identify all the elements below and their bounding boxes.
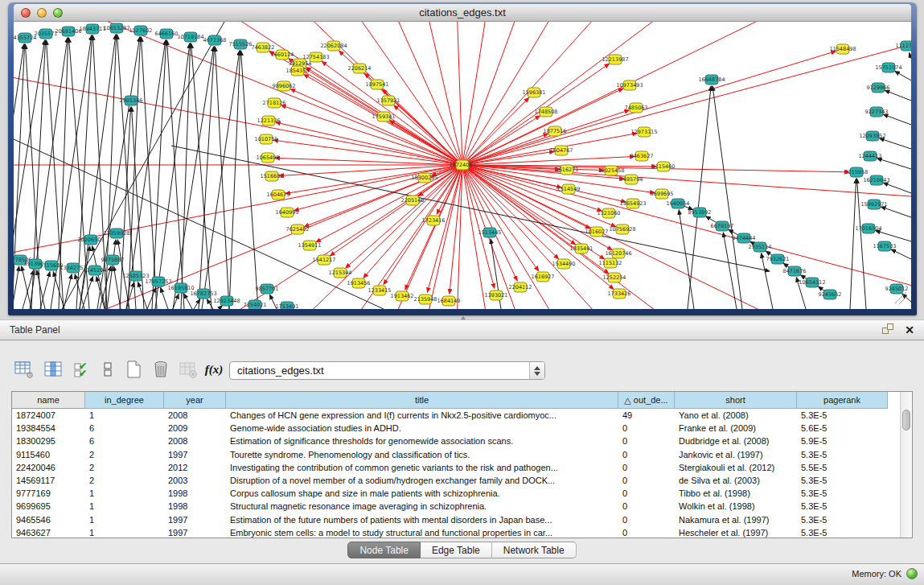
table-cell[interactable]: Tibbo et al. (1998) [675,487,797,500]
table-cell[interactable]: 1 [85,409,164,422]
table-cell[interactable]: 2 [85,474,164,487]
table-cell[interactable]: 2 [85,448,164,461]
table-cell[interactable]: Yano et al. (2008) [675,409,797,422]
float-panel-icon[interactable] [882,323,895,336]
table-cell[interactable]: 0 [618,461,675,474]
column-header-pagerank[interactable]: pagerank [797,392,888,409]
citation-edge-red[interactable] [462,134,548,165]
citation-edge-red[interactable] [394,105,462,165]
citation-edge-black[interactable] [688,86,711,309]
table-cell[interactable]: 5.9E-5 [797,435,888,447]
table-cell[interactable]: 0 [618,526,675,538]
table-cell[interactable]: Corpus callosum shape and size in male p… [226,487,618,500]
citation-edge-black[interactable] [199,47,215,309]
table-cell[interactable]: 1 [85,487,164,500]
citation-edge-black[interactable] [117,35,136,309]
memory-status-icon[interactable] [906,568,918,579]
table-cell[interactable]: Disruption of a novel member of a sodium… [226,474,618,487]
table-cell[interactable]: 2008 [164,435,226,447]
citation-edge-black[interactable] [22,266,31,309]
table-cell[interactable]: Dudbridge et al. (2008) [675,435,797,447]
window-resize-grip[interactable] [899,296,907,304]
table-cell[interactable]: Estimation of significance thresholds fo… [226,435,618,447]
table-cell[interactable]: 1 [85,513,164,526]
new-table-icon[interactable] [122,358,145,381]
table-cell[interactable]: Structural magnetic resonance image aver… [226,500,618,513]
scrollbar-thumb[interactable] [902,410,910,431]
table-cell[interactable]: 2009 [164,422,226,435]
column-header-short[interactable]: short [675,392,797,409]
rows-icon[interactable] [97,358,119,381]
citation-edge-black[interactable] [152,40,166,309]
table-row[interactable]: 1456911722003Disruption of a novel membe… [12,474,912,487]
table-cell[interactable]: 9699695 [12,500,85,513]
table-cell[interactable]: 6 [85,435,164,447]
citation-edge-black[interactable] [64,274,72,309]
table-cell[interactable]: Investigating the contribution of common… [226,461,618,474]
table-cell[interactable]: 18724007 [12,409,85,422]
table-cell[interactable]: 0 [618,448,675,461]
table-cell[interactable]: 0 [618,435,675,447]
network-canvas[interactable]: 4355724203557120691406189437111065328715… [14,22,911,309]
citation-edge-black[interactable] [857,179,866,309]
column-header-name[interactable]: name [12,392,85,409]
table-cell[interactable]: 9115460 [12,448,85,461]
table-cell[interactable]: de Silva et al. (2003) [675,474,797,487]
table-cell[interactable]: Hescheler et al. (1997) [675,526,797,538]
table-cell[interactable]: 1 [85,500,164,513]
close-panel-icon[interactable]: ✕ [905,324,914,336]
table-row[interactable]: 946362711997Embryonic stem cells: a mode… [12,526,912,538]
table-row[interactable]: 1830029562008Estimation of significance … [12,435,912,447]
network-window[interactable]: citations_edges.txt 43557242035571206914… [8,2,917,315]
citation-edge-black[interactable] [885,90,911,101]
table-cell[interactable]: Genome-wide association studies in ADHD. [226,422,618,435]
citation-edge-black[interactable] [219,306,222,309]
table-cell[interactable]: 1997 [164,526,226,538]
table-cell[interactable]: 5.6E-5 [797,422,888,435]
table-cell[interactable]: Estimation of the future numbers of pati… [226,513,618,526]
table-cell[interactable]: 9463627 [12,526,85,538]
table-cell[interactable]: Tourette syndrome. Phenomenology and cla… [226,448,618,461]
table-cell[interactable]: 0 [618,513,675,526]
citation-edge-black[interactable] [241,51,258,309]
table-cell[interactable]: Franke et al. (2009) [675,422,797,435]
table-row[interactable]: 977716911998Corpus callosum shape and si… [12,487,912,500]
table-cell[interactable]: 1997 [164,513,226,526]
table-cell[interactable]: 5.3E-5 [797,474,888,487]
table-cell[interactable]: Changes of HCN gene expression and I(f) … [226,409,618,422]
table-row[interactable]: 911546021997Tourette syndrome. Phenomeno… [12,448,912,461]
citation-edge-black[interactable] [126,40,166,309]
network-graph[interactable]: 4355724203557120691406189437111065328715… [14,22,911,309]
table-cell[interactable]: 5.3E-5 [797,526,888,538]
row-selection-icon[interactable]: ✔ ✔ [71,358,93,381]
table-cell[interactable]: Stergiakouli et al. (2012) [675,461,797,474]
tab-network-table[interactable]: Network Table [492,542,577,558]
table-cell[interactable]: 1 [85,526,164,538]
citation-edge-black[interactable] [207,299,213,309]
table-cell[interactable]: 5.3E-5 [797,448,888,461]
table-cell[interactable]: 22420046 [12,461,85,474]
citation-edge-red[interactable] [462,165,517,281]
table-cell[interactable]: 14569117 [12,474,85,487]
table-cell[interactable]: Wolkin et al. (1998) [675,500,797,513]
table-cell[interactable]: 5.3E-5 [797,500,888,513]
table-cell[interactable]: Jankovic et al. (1997) [675,448,797,461]
table-row[interactable]: 1938455462009Genome-wide association stu… [12,422,912,435]
table-cell[interactable]: 5.5E-5 [797,461,888,474]
node-table[interactable]: namein_degreeyeartitle△ out_de...shortpa… [11,391,913,538]
table-row[interactable]: 1872400712008Changes of HCN gene express… [12,409,912,422]
delete-column-icon[interactable] [150,358,172,381]
citation-edge-black[interactable] [877,159,911,169]
column-visibility-icon[interactable] [42,358,64,381]
vertical-scrollbar[interactable] [900,392,912,538]
column-header-out_de[interactable]: △ out_de... [618,392,675,409]
citation-edge-black[interactable] [883,183,911,193]
citation-edge-black[interactable] [880,138,911,149]
citation-edge-black[interactable] [910,53,911,59]
table-cell[interactable]: Embryonic stem cells: a model to study s… [226,526,618,538]
citation-edge-red[interactable] [462,22,820,165]
citation-edge-black[interactable] [850,179,856,309]
function-builder-icon[interactable]: f(x) [203,358,225,381]
table-cell[interactable]: 0 [618,487,675,500]
table-cell[interactable]: 49 [618,409,675,422]
